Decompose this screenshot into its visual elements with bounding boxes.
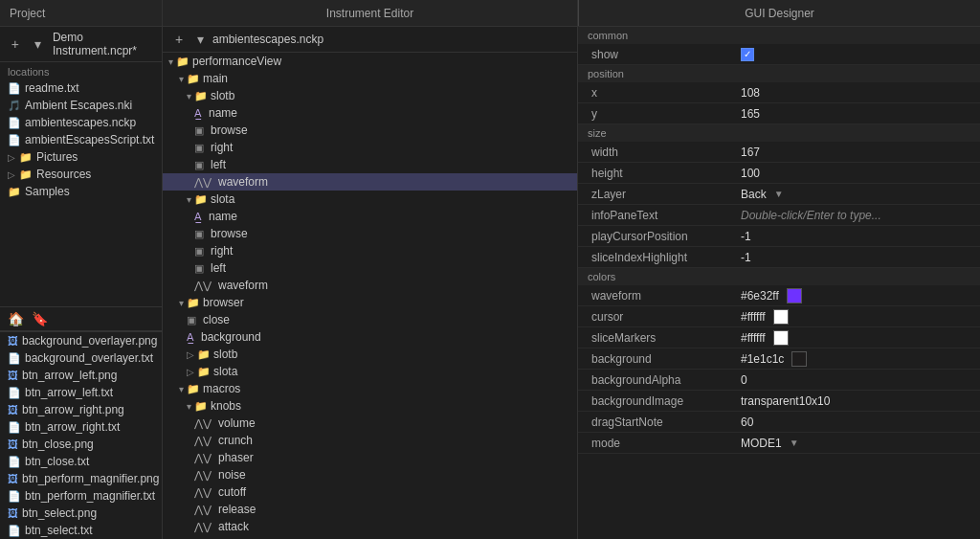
prop-row-background-color[interactable]: background #1e1c1c bbox=[578, 348, 980, 370]
tree-item[interactable]: A̲ name bbox=[163, 104, 577, 122]
tree-item[interactable]: ▣ right bbox=[163, 242, 577, 259]
prop-row-dragstartnote[interactable]: dragStartNote 60 bbox=[578, 412, 980, 433]
tree-item-waveform-selected[interactable]: ⋀⋁ waveform bbox=[163, 173, 577, 191]
prop-value-infopane[interactable]: Double-click/Enter to type... bbox=[741, 209, 970, 222]
prop-row-bgimage[interactable]: backgroundImage transparent10x10 bbox=[578, 391, 980, 412]
prop-row-slicemarkers-color[interactable]: sliceMarkers #ffffff bbox=[578, 327, 980, 348]
prop-row-cursor-color[interactable]: cursor #ffffff bbox=[578, 306, 980, 327]
collapse-button-left[interactable]: ▾ bbox=[30, 35, 44, 53]
prop-value-width[interactable]: 167 bbox=[741, 146, 970, 159]
prop-row-playcursor[interactable]: playCursorPosition -1 bbox=[578, 226, 980, 247]
prop-row-x[interactable]: x 108 bbox=[578, 82, 980, 103]
dropdown-arrow-icon[interactable]: ▼ bbox=[774, 189, 784, 199]
tree-item[interactable]: ▾ 📁 slotb bbox=[163, 87, 577, 104]
list-item[interactable]: 🎵 Ambient Escapes.nki bbox=[0, 97, 162, 114]
list-item[interactable]: 📄 btn_perform_magnifier.txt bbox=[0, 487, 162, 505]
list-item[interactable]: ▷ 📁 Resources bbox=[0, 166, 162, 183]
tree-item[interactable]: ▣ browse bbox=[163, 225, 577, 242]
prop-value-waveform-color[interactable]: #6e32ff bbox=[741, 289, 779, 303]
add-button-left[interactable]: + bbox=[8, 35, 22, 53]
list-item[interactable]: 📄 readme.txt bbox=[0, 79, 162, 97]
list-item[interactable]: 🖼 btn_close.png bbox=[0, 436, 162, 453]
tree-item[interactable]: ⋀⋁ release bbox=[163, 501, 577, 518]
color-swatch-slicemarkers[interactable] bbox=[773, 330, 789, 346]
tree-item[interactable]: ▣ left bbox=[163, 156, 577, 173]
prop-row-sliceindex[interactable]: sliceIndexHighlight -1 bbox=[578, 247, 980, 268]
color-swatch-cursor[interactable] bbox=[773, 309, 789, 325]
prop-row-zlayer[interactable]: zLayer Back ▼ bbox=[578, 184, 980, 205]
prop-label: backgroundAlpha bbox=[588, 373, 741, 387]
tree-item[interactable]: ⋀⋁ waveform bbox=[163, 277, 577, 294]
bookmark-icon[interactable]: 🔖 bbox=[32, 311, 48, 326]
prop-value-playcursor[interactable]: -1 bbox=[741, 230, 970, 243]
prop-value-bgalpha[interactable]: 0 bbox=[741, 373, 970, 387]
list-item[interactable]: 📄 btn_select.txt bbox=[0, 522, 162, 539]
prop-value-dragstartnote[interactable]: 60 bbox=[741, 415, 970, 429]
tree-item[interactable]: ⋀⋁ crunch bbox=[163, 432, 577, 449]
list-item[interactable]: 📄 ambientescapes.nckp bbox=[0, 114, 162, 131]
prop-value-bgimage[interactable]: transparent10x10 bbox=[741, 394, 970, 408]
prop-row-y[interactable]: y 165 bbox=[578, 103, 980, 124]
prop-row-height[interactable]: height 100 bbox=[578, 163, 980, 184]
prop-value-x[interactable]: 108 bbox=[741, 86, 970, 100]
tree-item[interactable]: ▣ close bbox=[163, 311, 577, 328]
tree-item[interactable]: ▣ right bbox=[163, 139, 577, 156]
prop-value-slicemarkers-color[interactable]: #ffffff bbox=[741, 331, 766, 345]
tree-item[interactable]: ▷ 📁 slotb bbox=[163, 346, 577, 363]
tree-item[interactable]: ⋀⋁ attack bbox=[163, 518, 577, 535]
tree-item-background[interactable]: A̲ background bbox=[163, 328, 577, 346]
prop-value-background-color[interactable]: #1e1c1c bbox=[741, 352, 784, 366]
checkbox-show[interactable]: ✓ bbox=[741, 48, 754, 61]
tree-item[interactable]: ⋀⋁ noise bbox=[163, 466, 577, 483]
color-swatch-background[interactable] bbox=[791, 351, 807, 367]
prop-row-show[interactable]: show ✓ bbox=[578, 44, 980, 65]
tree-item[interactable]: ▣ left bbox=[163, 259, 577, 277]
prop-value-cursor-color[interactable]: #ffffff bbox=[741, 310, 766, 324]
project-name: Demo Instrument.ncpr* bbox=[53, 31, 154, 57]
prop-value-height[interactable]: 100 bbox=[741, 167, 970, 180]
list-item[interactable]: 📄 btn_arrow_left.txt bbox=[0, 384, 162, 401]
tree-item[interactable]: ▾ 📁 main bbox=[163, 70, 577, 87]
prop-value-mode[interactable]: MODE1 bbox=[741, 437, 782, 450]
prop-value-show[interactable]: ✓ bbox=[741, 48, 970, 61]
prop-row-width[interactable]: width 167 bbox=[578, 142, 980, 163]
prop-row-mode[interactable]: mode MODE1 ▼ bbox=[578, 433, 980, 454]
list-item[interactable]: 📄 ambientEscapesScript.txt bbox=[0, 131, 162, 148]
tree-item[interactable]: ▾ 📁 slota bbox=[163, 191, 577, 208]
list-item[interactable]: ▷ 📁 Pictures bbox=[0, 148, 162, 166]
prop-value-sliceindex[interactable]: -1 bbox=[741, 251, 970, 264]
project-panel-header: Project bbox=[0, 0, 163, 26]
tree-item[interactable]: ▾ 📁 browser bbox=[163, 294, 577, 311]
file-name: btn_perform_magnifier.png bbox=[22, 472, 159, 485]
list-item[interactable]: 🖼 btn_perform_magnifier.png bbox=[0, 470, 162, 487]
tree-item[interactable]: ▷ 📁 slota bbox=[163, 363, 577, 380]
tree-item[interactable]: ⋀⋁ blendab bbox=[163, 535, 577, 539]
tree-item[interactable]: ⋀⋁ cutoff bbox=[163, 483, 577, 501]
tree-item[interactable]: ⋀⋁ volume bbox=[163, 415, 577, 432]
prop-row-bgalpha[interactable]: backgroundAlpha 0 bbox=[578, 370, 980, 391]
list-item[interactable]: 🖼 btn_arrow_left.png bbox=[0, 367, 162, 384]
prop-value-y[interactable]: 165 bbox=[741, 107, 970, 121]
add-button-middle[interactable]: + bbox=[170, 31, 188, 48]
tree-item[interactable]: ⋀⋁ phaser bbox=[163, 449, 577, 466]
collapse-btn-middle[interactable]: ▾ bbox=[191, 31, 209, 48]
tree-item[interactable]: A̲ name bbox=[163, 208, 577, 225]
color-swatch-waveform[interactable] bbox=[787, 288, 802, 303]
prop-value-zlayer[interactable]: Back bbox=[741, 188, 767, 201]
home-icon[interactable]: 🏠 bbox=[8, 311, 24, 326]
prop-row-infopane[interactable]: infoPaneText Double-click/Enter to type.… bbox=[578, 205, 980, 226]
list-item[interactable]: 🖼 btn_select.png bbox=[0, 505, 162, 522]
prop-row-waveform-color[interactable]: waveform #6e32ff bbox=[578, 285, 980, 306]
list-item[interactable]: 🖼 btn_arrow_right.png bbox=[0, 401, 162, 418]
tree-item[interactable]: ▾ 📁 knobs bbox=[163, 397, 577, 415]
dropdown-arrow-mode-icon[interactable]: ▼ bbox=[790, 438, 799, 448]
tree-item[interactable]: ▾ 📁 performanceView bbox=[163, 53, 577, 70]
tree-item[interactable]: ▾ 📁 macros bbox=[163, 380, 577, 397]
list-item[interactable]: 📄 background_overlayer.txt bbox=[0, 349, 162, 367]
image-icon: 🖼 bbox=[8, 370, 18, 381]
list-item[interactable]: 📄 btn_arrow_right.txt bbox=[0, 418, 162, 436]
list-item[interactable]: 📁 Samples bbox=[0, 183, 162, 200]
tree-item[interactable]: ▣ browse bbox=[163, 122, 577, 139]
list-item[interactable]: 📄 btn_close.txt bbox=[0, 453, 162, 470]
list-item[interactable]: 🖼 background_overlayer.png bbox=[0, 332, 162, 349]
